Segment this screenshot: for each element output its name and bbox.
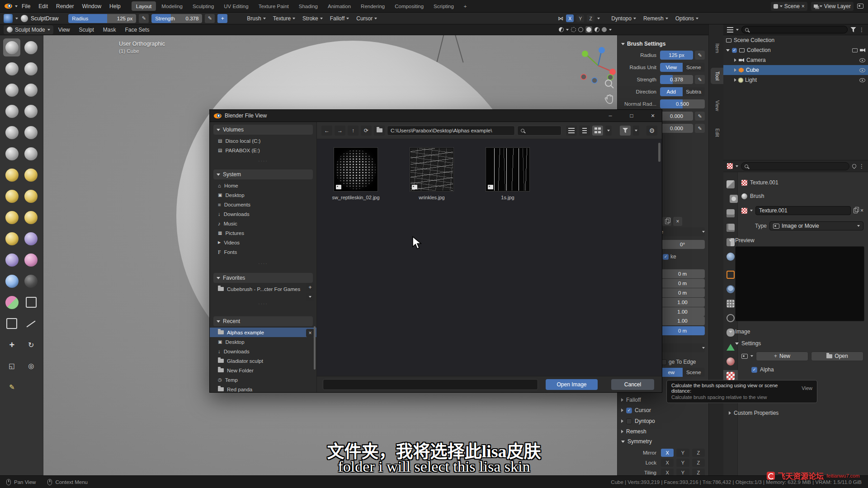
back-button[interactable] <box>321 126 332 136</box>
filter-icon[interactable] <box>850 27 856 33</box>
tool-boundary[interactable] <box>3 251 20 269</box>
thumbnail-view-button[interactable] <box>592 126 603 136</box>
expand-icon[interactable] <box>726 49 730 52</box>
workspace-tab-layout[interactable]: Layout <box>132 1 156 11</box>
tool-cloth[interactable] <box>23 251 40 269</box>
file-thumbnail[interactable] <box>410 147 454 192</box>
popover-brush[interactable]: Brush <box>245 15 268 22</box>
view-layer-selector[interactable]: View Layer <box>811 2 854 11</box>
tool-slide-relax[interactable] <box>23 230 40 248</box>
file-item[interactable]: wrinkles.jpg <box>405 147 459 200</box>
close-button[interactable] <box>644 110 662 122</box>
shading-wireframe-icon[interactable] <box>578 27 583 32</box>
outliner-row-camera[interactable]: Camera <box>723 55 868 65</box>
section-resize-grip[interactable] <box>210 257 316 270</box>
hide-in-viewport-icon[interactable] <box>859 78 865 82</box>
add-workspace-button[interactable]: + <box>459 1 472 11</box>
system-home[interactable]: Home <box>210 181 316 190</box>
tool-grab[interactable] <box>3 166 20 184</box>
menu-edit[interactable]: Edit <box>34 0 52 12</box>
editor-type-caret[interactable] <box>736 29 739 31</box>
texture-name-field[interactable]: Texture.001 <box>755 206 851 215</box>
radius-field[interactable]: 125 px <box>660 51 693 60</box>
menu-mask[interactable]: Mask <box>99 24 120 35</box>
tool-line-project[interactable] <box>23 314 40 333</box>
overlays-caret[interactable] <box>566 29 569 31</box>
file-list-area[interactable]: sw_reptileskin_02.jpg wrinkles.jpg 1s.jp… <box>317 139 662 376</box>
tab-tool[interactable] <box>723 178 738 190</box>
normal-radius-field[interactable]: 0.500 <box>660 99 705 108</box>
tool-draw[interactable] <box>3 38 20 56</box>
browse-caret[interactable] <box>750 210 753 211</box>
dyntopo-panel-header[interactable]: Dyntopo <box>621 417 705 426</box>
open-image-button-props[interactable]: Open <box>811 352 863 361</box>
mode-selector[interactable]: Sculpt Mode <box>4 25 53 34</box>
file-thumbnail[interactable] <box>486 147 530 192</box>
unit-view-option[interactable]: View <box>660 63 683 72</box>
tool-blob[interactable] <box>3 102 20 120</box>
properties-search-input[interactable] <box>741 162 849 170</box>
tool-draw-face-sets[interactable] <box>3 293 20 311</box>
outliner-row-scene-collection[interactable]: Scene Collection <box>723 35 868 45</box>
value-field[interactable]: 0 m <box>660 269 705 278</box>
direction-subtract-option[interactable]: Subtra <box>683 87 705 96</box>
show-overlays-icon[interactable] <box>559 27 564 32</box>
tool-pose[interactable] <box>3 208 20 226</box>
offset-pressure-icon[interactable] <box>695 124 705 133</box>
offset-field[interactable]: 0.000 <box>660 124 693 133</box>
popover-dyntopo[interactable]: Dyntopo <box>609 15 638 22</box>
workspace-tab-modeling[interactable]: Modeling <box>157 1 187 11</box>
tab-view-layer[interactable] <box>723 222 738 234</box>
brush-settings-header[interactable]: Brush Settings <box>618 35 708 51</box>
collection-checkbox[interactable] <box>732 48 737 53</box>
popover-cursor[interactable]: Cursor <box>354 15 379 22</box>
tool-nudge[interactable] <box>23 208 40 226</box>
sidebar-tab-view[interactable]: View <box>711 97 724 115</box>
menu-help[interactable]: Help <box>105 0 125 12</box>
tool-mask[interactable] <box>23 272 40 290</box>
menu-render[interactable]: Render <box>52 0 78 12</box>
tool-layer[interactable] <box>3 81 20 99</box>
texture-owner-row[interactable]: Brush <box>741 191 863 201</box>
blender-logo-icon[interactable] <box>5 4 12 9</box>
window-titlebar[interactable]: Blender File View <box>210 110 662 122</box>
minimize-button[interactable] <box>601 110 619 122</box>
disable-in-viewports-icon[interactable] <box>852 48 858 52</box>
tool-annotate[interactable] <box>3 378 20 396</box>
workspace-tab-uv-editing[interactable]: UV Editing <box>219 1 253 11</box>
system-videos[interactable]: Videos <box>210 238 316 247</box>
dyntopo-checkbox[interactable] <box>626 418 632 424</box>
tool-pinch[interactable] <box>23 145 40 163</box>
image-panel-header[interactable]: Image <box>729 327 863 337</box>
settings-panel-header[interactable]: Settings <box>735 338 863 348</box>
value-field[interactable]: 0 m <box>660 279 705 288</box>
toggle-xray-icon[interactable] <box>571 27 576 32</box>
active-brush-preview-icon[interactable] <box>4 14 13 23</box>
zoom-view-icon[interactable] <box>604 79 615 89</box>
recent-alphas-example[interactable]: Alphas example <box>210 328 316 337</box>
type-dropdown[interactable]: Image or Movie <box>769 221 863 230</box>
cursor-checkbox[interactable] <box>626 408 632 413</box>
favorite-cubebrush[interactable]: Cubebrush - P...cter For Games <box>210 284 316 294</box>
create-folder-button[interactable] <box>374 126 385 136</box>
tab-render[interactable] <box>723 193 738 205</box>
parent-directory-button[interactable] <box>348 126 359 136</box>
value-field-active[interactable]: 0 m <box>660 326 705 335</box>
maximize-button[interactable] <box>623 110 641 122</box>
display-settings-caret[interactable] <box>605 126 612 136</box>
system-desktop[interactable]: Desktop <box>210 190 316 200</box>
pin-icon[interactable] <box>851 163 857 169</box>
render-display-icon[interactable] <box>857 4 863 9</box>
direction-add-option[interactable]: Add <box>660 87 683 96</box>
strength-field[interactable]: 0.378 <box>660 75 693 84</box>
tool-snake-hook[interactable] <box>3 187 20 205</box>
shading-material-icon[interactable] <box>594 27 599 32</box>
spacing-scene-option[interactable]: Scene <box>683 368 705 377</box>
checkbox-icon[interactable] <box>663 254 669 260</box>
file-item[interactable]: 1s.jpg <box>481 147 535 200</box>
menu-window[interactable]: Window <box>78 0 105 12</box>
image-browse-icon[interactable] <box>741 354 748 359</box>
add-brush-button[interactable] <box>217 14 227 23</box>
value-field[interactable]: 0 m <box>660 288 705 297</box>
tool-clay[interactable] <box>3 60 20 78</box>
